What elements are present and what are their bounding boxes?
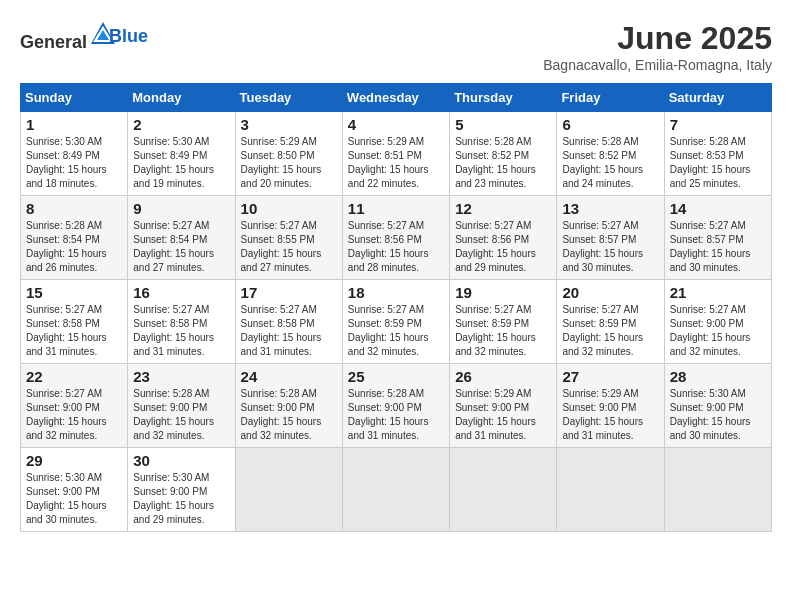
day-number: 28 [670, 368, 766, 385]
logo: General Blue [20, 20, 148, 53]
calendar-cell: 15Sunrise: 5:27 AM Sunset: 8:58 PM Dayli… [21, 280, 128, 364]
day-number: 4 [348, 116, 444, 133]
day-number: 22 [26, 368, 122, 385]
day-info: Sunrise: 5:28 AM Sunset: 8:54 PM Dayligh… [26, 219, 122, 275]
day-info: Sunrise: 5:28 AM Sunset: 9:00 PM Dayligh… [348, 387, 444, 443]
calendar-cell: 8Sunrise: 5:28 AM Sunset: 8:54 PM Daylig… [21, 196, 128, 280]
calendar-cell [557, 448, 664, 532]
day-info: Sunrise: 5:30 AM Sunset: 8:49 PM Dayligh… [133, 135, 229, 191]
logo-blue: Blue [109, 26, 148, 47]
day-number: 17 [241, 284, 337, 301]
day-number: 7 [670, 116, 766, 133]
day-number: 1 [26, 116, 122, 133]
calendar-cell: 9Sunrise: 5:27 AM Sunset: 8:54 PM Daylig… [128, 196, 235, 280]
calendar-cell [235, 448, 342, 532]
day-number: 30 [133, 452, 229, 469]
day-number: 2 [133, 116, 229, 133]
header-row: SundayMondayTuesdayWednesdayThursdayFrid… [21, 84, 772, 112]
calendar-cell: 10Sunrise: 5:27 AM Sunset: 8:55 PM Dayli… [235, 196, 342, 280]
calendar-cell: 4Sunrise: 5:29 AM Sunset: 8:51 PM Daylig… [342, 112, 449, 196]
col-header-sunday: Sunday [21, 84, 128, 112]
day-info: Sunrise: 5:28 AM Sunset: 9:00 PM Dayligh… [241, 387, 337, 443]
day-info: Sunrise: 5:27 AM Sunset: 8:55 PM Dayligh… [241, 219, 337, 275]
day-number: 26 [455, 368, 551, 385]
calendar-cell: 25Sunrise: 5:28 AM Sunset: 9:00 PM Dayli… [342, 364, 449, 448]
day-number: 15 [26, 284, 122, 301]
page-header: General Blue June 2025 Bagnacavallo, Emi… [20, 20, 772, 73]
day-number: 21 [670, 284, 766, 301]
day-number: 10 [241, 200, 337, 217]
day-number: 16 [133, 284, 229, 301]
calendar-cell: 23Sunrise: 5:28 AM Sunset: 9:00 PM Dayli… [128, 364, 235, 448]
day-info: Sunrise: 5:27 AM Sunset: 9:00 PM Dayligh… [26, 387, 122, 443]
calendar-cell: 28Sunrise: 5:30 AM Sunset: 9:00 PM Dayli… [664, 364, 771, 448]
calendar-cell: 24Sunrise: 5:28 AM Sunset: 9:00 PM Dayli… [235, 364, 342, 448]
calendar-cell: 14Sunrise: 5:27 AM Sunset: 8:57 PM Dayli… [664, 196, 771, 280]
day-info: Sunrise: 5:29 AM Sunset: 9:00 PM Dayligh… [455, 387, 551, 443]
location: Bagnacavallo, Emilia-Romagna, Italy [543, 57, 772, 73]
day-info: Sunrise: 5:29 AM Sunset: 9:00 PM Dayligh… [562, 387, 658, 443]
calendar-cell: 26Sunrise: 5:29 AM Sunset: 9:00 PM Dayli… [450, 364, 557, 448]
day-info: Sunrise: 5:27 AM Sunset: 8:54 PM Dayligh… [133, 219, 229, 275]
calendar-cell: 21Sunrise: 5:27 AM Sunset: 9:00 PM Dayli… [664, 280, 771, 364]
day-number: 5 [455, 116, 551, 133]
calendar-table: SundayMondayTuesdayWednesdayThursdayFrid… [20, 83, 772, 532]
col-header-wednesday: Wednesday [342, 84, 449, 112]
day-number: 12 [455, 200, 551, 217]
col-header-tuesday: Tuesday [235, 84, 342, 112]
day-info: Sunrise: 5:27 AM Sunset: 8:56 PM Dayligh… [348, 219, 444, 275]
calendar-cell: 6Sunrise: 5:28 AM Sunset: 8:52 PM Daylig… [557, 112, 664, 196]
day-info: Sunrise: 5:30 AM Sunset: 9:00 PM Dayligh… [26, 471, 122, 527]
calendar-cell: 30Sunrise: 5:30 AM Sunset: 9:00 PM Dayli… [128, 448, 235, 532]
day-number: 25 [348, 368, 444, 385]
col-header-saturday: Saturday [664, 84, 771, 112]
day-number: 6 [562, 116, 658, 133]
day-info: Sunrise: 5:27 AM Sunset: 9:00 PM Dayligh… [670, 303, 766, 359]
day-number: 20 [562, 284, 658, 301]
day-info: Sunrise: 5:28 AM Sunset: 8:52 PM Dayligh… [455, 135, 551, 191]
day-info: Sunrise: 5:28 AM Sunset: 9:00 PM Dayligh… [133, 387, 229, 443]
day-info: Sunrise: 5:27 AM Sunset: 8:59 PM Dayligh… [348, 303, 444, 359]
calendar-cell: 13Sunrise: 5:27 AM Sunset: 8:57 PM Dayli… [557, 196, 664, 280]
week-row-5: 29Sunrise: 5:30 AM Sunset: 9:00 PM Dayli… [21, 448, 772, 532]
day-info: Sunrise: 5:27 AM Sunset: 8:58 PM Dayligh… [241, 303, 337, 359]
day-info: Sunrise: 5:30 AM Sunset: 9:00 PM Dayligh… [133, 471, 229, 527]
logo-general: General [20, 32, 87, 52]
week-row-4: 22Sunrise: 5:27 AM Sunset: 9:00 PM Dayli… [21, 364, 772, 448]
calendar-cell: 7Sunrise: 5:28 AM Sunset: 8:53 PM Daylig… [664, 112, 771, 196]
day-number: 19 [455, 284, 551, 301]
day-info: Sunrise: 5:30 AM Sunset: 8:49 PM Dayligh… [26, 135, 122, 191]
day-number: 18 [348, 284, 444, 301]
calendar-cell: 22Sunrise: 5:27 AM Sunset: 9:00 PM Dayli… [21, 364, 128, 448]
day-info: Sunrise: 5:27 AM Sunset: 8:57 PM Dayligh… [670, 219, 766, 275]
day-info: Sunrise: 5:27 AM Sunset: 8:59 PM Dayligh… [562, 303, 658, 359]
day-number: 3 [241, 116, 337, 133]
calendar-cell: 5Sunrise: 5:28 AM Sunset: 8:52 PM Daylig… [450, 112, 557, 196]
calendar-cell: 17Sunrise: 5:27 AM Sunset: 8:58 PM Dayli… [235, 280, 342, 364]
day-info: Sunrise: 5:27 AM Sunset: 8:59 PM Dayligh… [455, 303, 551, 359]
week-row-3: 15Sunrise: 5:27 AM Sunset: 8:58 PM Dayli… [21, 280, 772, 364]
day-info: Sunrise: 5:29 AM Sunset: 8:51 PM Dayligh… [348, 135, 444, 191]
calendar-cell: 29Sunrise: 5:30 AM Sunset: 9:00 PM Dayli… [21, 448, 128, 532]
calendar-cell: 3Sunrise: 5:29 AM Sunset: 8:50 PM Daylig… [235, 112, 342, 196]
calendar-cell [342, 448, 449, 532]
week-row-1: 1Sunrise: 5:30 AM Sunset: 8:49 PM Daylig… [21, 112, 772, 196]
col-header-monday: Monday [128, 84, 235, 112]
day-number: 14 [670, 200, 766, 217]
calendar-cell: 20Sunrise: 5:27 AM Sunset: 8:59 PM Dayli… [557, 280, 664, 364]
day-info: Sunrise: 5:30 AM Sunset: 9:00 PM Dayligh… [670, 387, 766, 443]
calendar-cell [450, 448, 557, 532]
day-info: Sunrise: 5:28 AM Sunset: 8:52 PM Dayligh… [562, 135, 658, 191]
day-info: Sunrise: 5:29 AM Sunset: 8:50 PM Dayligh… [241, 135, 337, 191]
calendar-cell: 18Sunrise: 5:27 AM Sunset: 8:59 PM Dayli… [342, 280, 449, 364]
calendar-cell: 12Sunrise: 5:27 AM Sunset: 8:56 PM Dayli… [450, 196, 557, 280]
col-header-thursday: Thursday [450, 84, 557, 112]
calendar-cell: 19Sunrise: 5:27 AM Sunset: 8:59 PM Dayli… [450, 280, 557, 364]
day-number: 8 [26, 200, 122, 217]
calendar-cell: 11Sunrise: 5:27 AM Sunset: 8:56 PM Dayli… [342, 196, 449, 280]
col-header-friday: Friday [557, 84, 664, 112]
week-row-2: 8Sunrise: 5:28 AM Sunset: 8:54 PM Daylig… [21, 196, 772, 280]
calendar-cell: 1Sunrise: 5:30 AM Sunset: 8:49 PM Daylig… [21, 112, 128, 196]
day-number: 9 [133, 200, 229, 217]
calendar-cell: 2Sunrise: 5:30 AM Sunset: 8:49 PM Daylig… [128, 112, 235, 196]
